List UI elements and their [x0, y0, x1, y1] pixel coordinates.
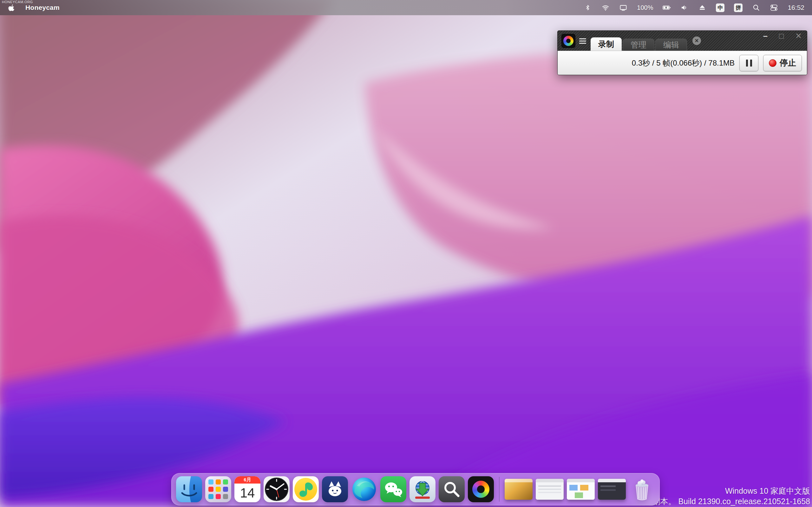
- color-wheel-icon: [472, 481, 490, 498]
- trash-icon[interactable]: [629, 476, 655, 502]
- launchpad-icon[interactable]: [205, 476, 231, 502]
- battery-charging-icon[interactable]: [663, 3, 671, 12]
- blue-cat-app-icon[interactable]: [322, 476, 348, 502]
- minimized-window-thumbnail-1[interactable]: [505, 479, 532, 500]
- tab-manage-label: 管理: [630, 40, 647, 50]
- circle-close-icon[interactable]: ✕: [693, 37, 701, 45]
- active-app-name[interactable]: Honeycam: [26, 4, 60, 11]
- calendar-month-label: 6月: [235, 476, 260, 484]
- ime-pinyin-icon[interactable]: 拼: [734, 3, 743, 12]
- honeycam-titlebar[interactable]: 录制 管理 编辑 ✕ – □ ✕: [558, 31, 807, 51]
- qq-music-icon[interactable]: [293, 476, 319, 502]
- menu-bar: Honeycam 100%: [0, 0, 812, 15]
- volume-icon[interactable]: [680, 3, 689, 12]
- menu-bar-clock[interactable]: 16:52: [788, 4, 804, 11]
- control-center-icon[interactable]: [770, 3, 778, 12]
- stop-button-label: 停止: [780, 57, 796, 68]
- calendar-icon[interactable]: 6月 14: [235, 476, 260, 502]
- honeycam-record-toolbar: 0.3秒 / 5 帧(0.066秒) / 78.1MB 停止: [558, 51, 807, 75]
- edge-icon[interactable]: [351, 476, 377, 502]
- close-button[interactable]: ✕: [795, 32, 802, 40]
- minimized-window-thumbnail-3[interactable]: [567, 479, 595, 500]
- dock: 6月 14: [171, 473, 660, 505]
- tab-manage[interactable]: 管理: [623, 39, 654, 51]
- honeycam-tab-bar: 录制 管理 编辑: [591, 38, 688, 51]
- finder-icon[interactable]: [176, 476, 202, 502]
- maximize-button[interactable]: □: [779, 32, 784, 40]
- windows-watermark-line2: 评估副本。 Build 21390.co_release.210521-1658: [636, 496, 810, 507]
- window-controls: – □ ✕: [763, 32, 802, 40]
- hamburger-menu-icon[interactable]: [579, 38, 586, 44]
- minimized-window-thumbnail-2[interactable]: [536, 479, 564, 500]
- honeycam-corner-watermark: HONEYCAM.ORG: [2, 0, 33, 4]
- windows-watermark-line1: Windows 10 家庭中文版: [636, 486, 810, 496]
- stop-button[interactable]: 停止: [763, 55, 802, 71]
- color-wheel-icon: [563, 36, 573, 46]
- minimize-button[interactable]: –: [763, 32, 768, 40]
- wifi-icon[interactable]: [601, 3, 610, 12]
- pause-button[interactable]: [740, 55, 758, 71]
- minimized-window-thumbnail-4[interactable]: [598, 479, 626, 500]
- honeycam-logo-icon[interactable]: [561, 34, 575, 48]
- windows-watermark: Windows 10 家庭中文版 评估副本。 Build 21390.co_re…: [636, 486, 810, 506]
- search-app-icon[interactable]: [439, 476, 465, 502]
- tab-record-label: 录制: [598, 39, 614, 49]
- battery-percent-label: 100%: [637, 4, 653, 11]
- bluetooth-icon[interactable]: [583, 3, 592, 12]
- spotlight-search-icon[interactable]: [752, 3, 760, 12]
- honeycam-window: 录制 管理 编辑 ✕ – □ ✕ 0.3秒 / 5 帧(0.066秒) / 78…: [557, 31, 807, 75]
- tab-record[interactable]: 录制: [591, 38, 622, 51]
- calendar-day-label: 14: [235, 484, 260, 502]
- idm-icon[interactable]: [409, 476, 436, 502]
- clock-icon[interactable]: [264, 476, 290, 502]
- tab-edit[interactable]: 编辑: [655, 39, 687, 51]
- display-mirroring-icon[interactable]: [619, 3, 627, 12]
- desktop-wallpaper: [0, 0, 812, 507]
- ime-zh-icon[interactable]: 中: [716, 3, 724, 12]
- dock-separator: [499, 477, 500, 502]
- honeycam-dock-icon[interactable]: [468, 476, 494, 502]
- tab-edit-label: 编辑: [663, 40, 679, 50]
- recording-status-text: 0.3秒 / 5 帧(0.066秒) / 78.1MB: [632, 58, 734, 68]
- record-dot-icon: [769, 59, 776, 67]
- apple-menu-icon[interactable]: [8, 3, 16, 12]
- launchpad-grid: [208, 480, 228, 499]
- wechat-icon[interactable]: [380, 476, 406, 502]
- eject-icon[interactable]: [698, 3, 706, 12]
